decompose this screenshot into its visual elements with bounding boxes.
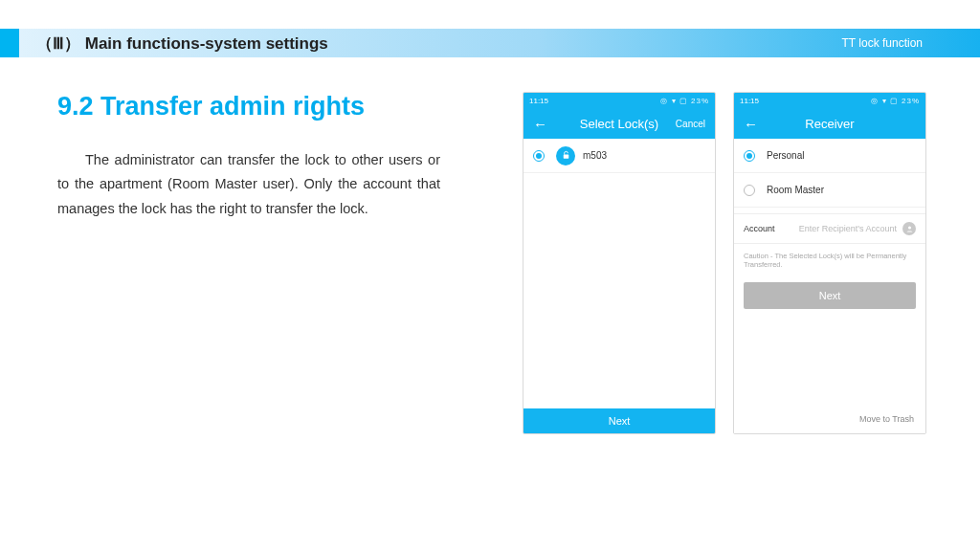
back-icon[interactable]: ←: [533, 116, 547, 132]
account-row[interactable]: Account Enter Recipient's Account: [734, 213, 925, 244]
svg-point-1: [908, 226, 911, 229]
status-time: 11:15: [740, 97, 759, 105]
radio-selected-icon[interactable]: [533, 150, 545, 162]
account-label: Account: [744, 224, 775, 233]
next-button[interactable]: Next: [523, 408, 715, 433]
move-to-trash[interactable]: Move to Trash: [734, 405, 925, 433]
option-personal[interactable]: Personal: [734, 139, 925, 173]
next-button[interactable]: Next: [744, 282, 916, 309]
navbar-receiver: ← Receiver: [734, 108, 925, 139]
text-column: 9.2 Transfer admin rights The administra…: [57, 92, 459, 534]
lock-row[interactable]: m503: [523, 139, 715, 173]
phone-body: m503: [523, 139, 715, 408]
svg-rect-0: [563, 155, 568, 159]
phone-receiver: 11:15 ◎ ▾ ▢ 23% ← Receiver Personal Room…: [733, 92, 926, 434]
phone-body: Personal Room Master Account Enter Recip…: [734, 139, 925, 433]
navbar-title: Select Lock(s): [580, 117, 658, 131]
avatar-icon[interactable]: [902, 222, 916, 235]
radio-unselected-icon[interactable]: [744, 185, 755, 196]
radio-selected-icon[interactable]: [744, 150, 755, 162]
status-bar: 11:15 ◎ ▾ ▢ 23%: [734, 93, 925, 108]
slide-section-title: （Ⅲ） Main functions-system settings: [36, 33, 328, 55]
cancel-button[interactable]: Cancel: [676, 119, 705, 129]
slide-content: 9.2 Transfer admin rights The administra…: [0, 57, 980, 534]
phone-screenshots: 11:15 ◎ ▾ ▢ 23% ← Select Lock(s) Cancel …: [523, 92, 926, 534]
lock-name: m503: [583, 150, 607, 161]
option-label: Personal: [767, 150, 804, 161]
caution-text: Caution - The Selected Lock(s) will be P…: [734, 244, 925, 276]
lock-icon: [556, 146, 575, 165]
navbar-select-locks: ← Select Lock(s) Cancel: [523, 108, 715, 139]
option-roommaster[interactable]: Room Master: [734, 173, 925, 208]
back-icon[interactable]: ←: [744, 116, 758, 132]
accent-bar: [0, 29, 19, 57]
body-paragraph: The administrator can transfer the lock …: [57, 148, 440, 221]
phone-select-locks: 11:15 ◎ ▾ ▢ 23% ← Select Lock(s) Cancel …: [523, 92, 716, 434]
status-icons: ◎ ▾ ▢ 23%: [660, 97, 709, 105]
page-title: 9.2 Transfer admin rights: [57, 92, 440, 121]
status-time: 11:15: [529, 97, 548, 105]
account-placeholder: Enter Recipient's Account: [799, 224, 897, 233]
navbar-title: Receiver: [805, 117, 854, 131]
slide-header-right: TT lock function: [842, 36, 923, 50]
slide-header: （Ⅲ） Main functions-system settings TT lo…: [0, 29, 980, 57]
option-label: Room Master: [767, 185, 824, 195]
status-bar: 11:15 ◎ ▾ ▢ 23%: [523, 93, 715, 108]
status-icons: ◎ ▾ ▢ 23%: [871, 97, 920, 105]
